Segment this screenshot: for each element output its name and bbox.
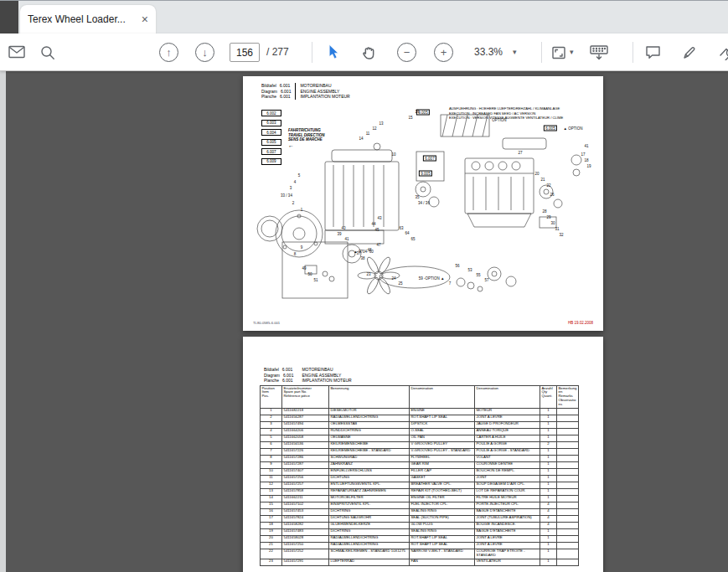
diagram-callout: 34 / 36 xyxy=(418,201,430,205)
parts-table-row: 25411656287RADIALWELLENDICHTRINGROT.SHAF… xyxy=(261,415,579,421)
diagram-callout: ▲ 9704- 60 xyxy=(354,250,373,254)
diagram-callout: 28 xyxy=(542,209,546,214)
diagram-callout: 30 xyxy=(550,221,555,225)
diagram-callout: 21 xyxy=(540,178,545,182)
page-number-input[interactable] xyxy=(230,43,260,62)
parts-list-header: Bildtafel6.001 Diagram6.001 Planche6.001… xyxy=(264,367,352,384)
table-column-header: Denomination xyxy=(475,386,540,409)
toolbar-separator xyxy=(312,42,312,63)
diagram-callout: 27 xyxy=(518,151,522,155)
diagram-callout: 7 xyxy=(449,281,452,286)
header-number: 6.001 xyxy=(282,378,293,383)
window-corner xyxy=(0,1,18,34)
parts-table-header-row: PositionItemPos.ErsatzteilnummerSpare pa… xyxy=(261,386,579,409)
browser-tab[interactable]: Terex Wheel Loader... × xyxy=(20,5,156,33)
diagram-callout: 41 xyxy=(584,144,588,148)
parts-table-row: 165411657453DICHTRINGSEALING RINGBAGUE D… xyxy=(261,508,579,515)
diagram-callout: 23 xyxy=(366,272,370,276)
diagram-callout: 13 xyxy=(379,121,383,126)
parts-table-row: 125411657257ENTLUEFTUNGSVENTIL KPL.BREAT… xyxy=(261,482,579,488)
fit-page-icon[interactable] xyxy=(551,45,566,64)
parts-table-row: 205411658028RADIALWELLENDICHTRINGROT.SHA… xyxy=(261,535,579,542)
diagram-callout: 20 xyxy=(534,172,539,176)
table-column-header: AnzahlQtyQuant. xyxy=(540,386,557,409)
diagram-callout: 31 xyxy=(555,227,559,231)
diagram-callout: 22 xyxy=(546,183,550,188)
assembly-title-fr: IMPLANTATION MOTEUR xyxy=(300,94,349,100)
diagram-callout: 65 xyxy=(410,237,415,241)
diagram-ref-box: 6.005 xyxy=(544,126,557,131)
pdf-content-area: Bildtafel6.001 Diagram6.001 Planche6.001… xyxy=(0,71,728,572)
diagram-callout: 51 xyxy=(313,278,318,282)
zoom-level-value[interactable]: 33.3% xyxy=(474,46,503,58)
diagram-callout: 16 xyxy=(415,110,419,114)
parts-table-row: 145411662211MOTOROELFILTERENGINE OIL FIL… xyxy=(261,495,579,502)
diagram-callout: 15 xyxy=(408,116,412,120)
parts-table-row: 95411657287ZAHNKRANZGEAR RIMCOURONNE DEN… xyxy=(261,461,579,468)
diagram-callout: OPTION xyxy=(492,118,506,122)
next-page-button[interactable]: ↓ xyxy=(195,43,214,62)
diagram-callout: 4 xyxy=(294,180,297,184)
drawing-number: TL80-0585-6.001 xyxy=(253,321,280,325)
diagram-callout: 45 xyxy=(374,228,379,232)
diagram-callout: 41 xyxy=(344,237,349,241)
parts-table-row: 155411657102EINSPRITZVENTIL KPL.FUEL INJ… xyxy=(261,502,579,508)
parts-table-row: 85411657286SCHWUNGRADFLYWHEELVOLANT1 xyxy=(261,455,579,461)
toolbar-separator xyxy=(632,42,633,63)
panel-download-icon[interactable] xyxy=(590,45,608,64)
diagram-callout: 5 xyxy=(298,173,301,178)
hand-tool-icon[interactable] xyxy=(360,45,375,64)
left-scrollbar[interactable] xyxy=(0,71,6,572)
search-icon[interactable] xyxy=(40,45,55,64)
diagram-callout: 43 xyxy=(377,216,381,220)
page-total-label: / 277 xyxy=(266,46,289,58)
select-tool-icon[interactable] xyxy=(328,44,339,63)
diagram-callout: 59 -OPTION ▲ xyxy=(419,276,445,281)
comment-icon[interactable] xyxy=(645,45,661,64)
fit-dropdown-caret-icon[interactable]: ▾ xyxy=(570,48,574,56)
diagram-callout: 63 xyxy=(399,226,403,230)
header-number: 6.001 xyxy=(281,89,292,94)
diagram-callout: 29 xyxy=(546,215,550,219)
diagram-callout: 33 / 34 xyxy=(281,193,292,198)
parts-table-row: 15411682218DIESELMOTORENGINEMOTEUR1 xyxy=(261,408,579,415)
minus-icon: − xyxy=(404,46,410,59)
diagram-callout: 35 xyxy=(415,195,419,199)
header-label: Bildtafel xyxy=(261,83,276,88)
header-label: Planche xyxy=(261,94,276,99)
table-column-header: PositionItemPos. xyxy=(261,386,282,409)
plus-icon: + xyxy=(441,46,447,59)
parts-table-row: 35411657494OELMESSSTABDIPSTICKJAUGE D PR… xyxy=(261,421,579,428)
diagram-ref-box: 9.005 xyxy=(419,171,432,177)
eraser-icon[interactable] xyxy=(719,45,728,64)
zoom-dropdown-caret-icon[interactable]: ▾ xyxy=(513,48,517,56)
tab-close-icon[interactable]: × xyxy=(142,13,148,25)
diagram-callout: 17 xyxy=(581,152,585,157)
pen-icon[interactable] xyxy=(682,45,697,64)
zoom-out-button[interactable]: − xyxy=(397,43,416,62)
parts-table-row: 75411657226KEILRIEMENSCHEIBE - STANDARDV… xyxy=(261,448,579,455)
table-column-header: ErsatzteilnummerSpare part No.Référence … xyxy=(282,386,329,409)
diagram-callout: 32 xyxy=(559,233,563,237)
diagram-callout: 44 xyxy=(371,222,375,226)
previous-page-button[interactable]: ↑ xyxy=(159,43,178,62)
tab-title: Terex Wheel Loader... xyxy=(28,13,137,25)
diagram-callout: 14 xyxy=(359,137,363,141)
header-number: 6.001 xyxy=(280,94,291,99)
parts-table-row: 105411657407EINFUELLVERSCHLUSSFILLER CAP… xyxy=(261,468,579,475)
parts-table-row: 115411657256DICHTUNGGASKETJOINT1 xyxy=(261,475,579,482)
diagram-callout: 47 xyxy=(376,243,380,247)
parts-table-row: 225411657252SCHMALKEILRIEMEN - STANDARD … xyxy=(261,549,579,559)
pdf-page-2: Bildtafel6.001 Diagram6.001 Planche6.001… xyxy=(243,337,603,572)
email-icon[interactable] xyxy=(8,45,25,62)
parts-table: PositionItemPos.ErsatzteilnummerSpare pa… xyxy=(260,385,578,566)
zoom-in-button[interactable]: + xyxy=(434,43,453,62)
diagram-ref-box: 6.007 xyxy=(423,156,436,162)
down-arrow-icon: ↓ xyxy=(202,46,208,59)
diagram-callout: 39 xyxy=(337,232,341,236)
revision-date: HB 19.02.2008 xyxy=(568,321,593,325)
table-column-header: BemerkungenRemarksObservations xyxy=(557,386,579,409)
toolbar-separator xyxy=(541,42,542,63)
table-column-header: Denomination xyxy=(410,386,475,409)
diagram-callout: 8 xyxy=(294,252,297,256)
